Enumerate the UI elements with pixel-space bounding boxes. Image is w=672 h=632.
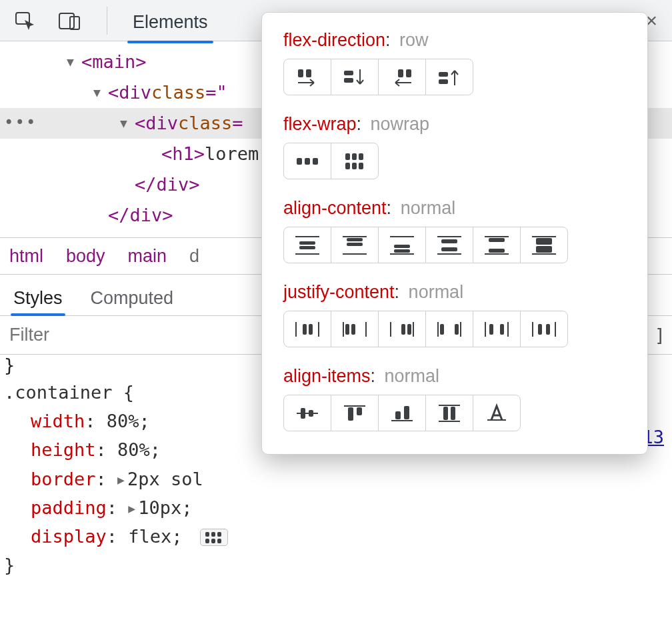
align-content-flex-end-icon[interactable] — [378, 227, 426, 263]
align-items-center-icon[interactable] — [283, 395, 331, 431]
css-decl[interactable]: padding: ▶10px; — [4, 493, 668, 522]
svg-rect-86 — [451, 407, 455, 420]
svg-rect-85 — [443, 407, 448, 420]
flex-direction-column-reverse-icon[interactable] — [425, 59, 473, 95]
justify-content-center-icon[interactable] — [283, 311, 331, 347]
svg-rect-79 — [357, 407, 362, 415]
svg-rect-73 — [546, 324, 550, 335]
tag: <div — [108, 79, 151, 107]
tag: </div> — [135, 171, 200, 199]
svg-rect-18 — [305, 158, 310, 165]
svg-rect-65 — [455, 324, 459, 335]
svg-rect-13 — [398, 69, 403, 77]
attr-name: class — [178, 109, 232, 137]
svg-rect-41 — [441, 247, 457, 251]
align-content-space-around-icon[interactable] — [425, 227, 473, 263]
align-content-center-icon[interactable] — [283, 227, 331, 263]
align-content-space-between-icon[interactable] — [473, 227, 521, 263]
shorthand-expand-icon[interactable]: ▶ — [117, 471, 125, 490]
svg-rect-36 — [394, 245, 410, 248]
breadcrumb-item[interactable]: main — [128, 246, 167, 267]
align-items-baseline-icon[interactable] — [473, 395, 521, 431]
inspect-icon[interactable] — [12, 7, 39, 34]
css-val: 2px sol — [127, 469, 203, 489]
device-toggle-icon[interactable] — [56, 7, 83, 34]
toolbar-divider — [107, 7, 107, 35]
svg-rect-53 — [309, 324, 313, 335]
css-selector: .container — [4, 382, 113, 403]
align-items-flex-start-icon[interactable] — [331, 395, 379, 431]
brace-open: { — [113, 382, 135, 403]
flex-direction-row-icon[interactable] — [283, 59, 331, 95]
breadcrumb-item[interactable]: d — [189, 246, 199, 267]
css-decl[interactable]: display: flex; — [4, 522, 668, 551]
prop-title: align-items: normal — [283, 366, 626, 387]
svg-rect-24 — [352, 163, 357, 169]
text-node: lorem — [205, 140, 259, 168]
justify-content-space-between-icon[interactable] — [425, 311, 473, 347]
svg-rect-11 — [344, 71, 353, 75]
bracket-glyph: ] — [648, 325, 672, 345]
svg-rect-56 — [345, 324, 349, 335]
css-val: 10px — [138, 497, 181, 518]
flexbox-editor-icon[interactable] — [200, 529, 228, 546]
svg-rect-33 — [347, 243, 363, 246]
disclosure-triangle-icon[interactable]: ▼ — [93, 83, 105, 102]
svg-rect-12 — [344, 78, 353, 83]
justify-content-flex-start-icon[interactable] — [331, 311, 379, 347]
svg-rect-14 — [406, 69, 411, 77]
attr-name: class — [151, 79, 205, 107]
shorthand-expand-icon[interactable]: ▶ — [128, 499, 135, 519]
align-content-flex-start-icon[interactable] — [331, 227, 379, 263]
svg-rect-40 — [441, 239, 457, 243]
tag: <div — [135, 109, 178, 137]
justify-content-space-around-icon[interactable] — [473, 311, 521, 347]
tab-computed[interactable]: Computed — [91, 288, 174, 315]
breadcrumb-item[interactable]: html — [9, 246, 43, 267]
css-decl[interactable]: border: ▶2px sol — [4, 465, 668, 493]
svg-rect-21 — [352, 153, 357, 160]
tag: <main> — [81, 48, 147, 76]
svg-rect-7 — [211, 539, 215, 543]
svg-rect-82 — [404, 406, 409, 419]
css-prop: height — [31, 439, 96, 460]
flex-direction-row-reverse-icon[interactable] — [378, 59, 426, 95]
svg-rect-81 — [395, 411, 401, 419]
svg-rect-23 — [345, 163, 350, 169]
svg-rect-9 — [298, 69, 303, 77]
flex-wrap-nowrap-icon[interactable] — [283, 143, 331, 179]
group-flex-wrap: flex-wrap: nowrap — [283, 114, 626, 179]
svg-rect-52 — [303, 324, 307, 335]
breadcrumb-item[interactable]: body — [66, 246, 105, 267]
svg-rect-61 — [407, 324, 411, 335]
svg-rect-69 — [500, 324, 504, 335]
gutter-ellipsis-icon[interactable]: ••• — [0, 111, 25, 135]
tag: </div> — [108, 201, 173, 229]
svg-rect-4 — [211, 532, 215, 537]
tab-elements[interactable]: Elements — [131, 4, 209, 37]
css-val: 80% — [117, 439, 150, 460]
flex-direction-column-icon[interactable] — [331, 59, 379, 95]
svg-rect-20 — [345, 153, 350, 160]
svg-rect-78 — [348, 407, 353, 421]
tab-styles[interactable]: Styles — [13, 288, 63, 315]
align-items-stretch-icon[interactable] — [425, 395, 473, 431]
svg-rect-37 — [394, 249, 410, 253]
disclosure-triangle-icon[interactable]: ▼ — [67, 53, 79, 71]
align-content-stretch-icon[interactable] — [520, 227, 568, 263]
svg-rect-8 — [217, 539, 221, 543]
flex-wrap-wrap-icon[interactable] — [331, 143, 379, 179]
svg-rect-75 — [301, 408, 305, 419]
align-items-flex-end-icon[interactable] — [378, 395, 426, 431]
svg-rect-6 — [205, 539, 209, 543]
svg-rect-64 — [440, 324, 444, 335]
svg-rect-72 — [538, 324, 542, 335]
svg-rect-29 — [299, 246, 315, 249]
justify-content-flex-end-icon[interactable] — [378, 311, 426, 347]
css-prop: padding — [31, 497, 107, 518]
disclosure-triangle-icon[interactable]: ▼ — [120, 114, 132, 133]
justify-content-space-evenly-icon[interactable] — [520, 311, 568, 347]
svg-rect-17 — [297, 158, 302, 165]
svg-rect-15 — [439, 72, 448, 77]
svg-rect-45 — [489, 249, 505, 253]
